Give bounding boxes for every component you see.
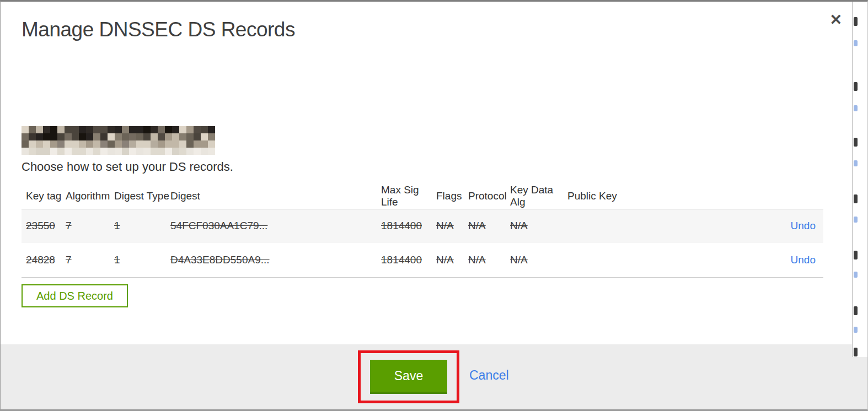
background-text-fragment <box>854 306 858 315</box>
column-header: Flags <box>436 183 468 209</box>
cancel-link[interactable]: Cancel <box>469 368 509 383</box>
background-link-fragment <box>854 327 858 333</box>
add-ds-record-button[interactable]: Add DS Record <box>22 284 128 307</box>
cell-algorithm: 7 <box>66 254 72 266</box>
cell-digest: D4A33E8DD550A9... <box>170 254 270 266</box>
subtitle: Choose how to set up your DS records. <box>22 160 233 174</box>
dnssec-modal: Manage DNSSEC DS Records ✕ Choose how to… <box>0 0 868 411</box>
ds-record-row: 235507154FCF030AA1C79...1814400N/AN/AN/A… <box>22 209 823 243</box>
background-link-fragment <box>854 272 858 278</box>
column-header: Public Key <box>567 183 645 209</box>
background-text-fragment <box>854 194 858 203</box>
background-text-fragment <box>854 251 858 259</box>
ds-records-table: Key tagAlgorithmDigest TypeDigestMax Sig… <box>22 183 823 278</box>
save-button-highlight-annotation: Save <box>358 350 459 403</box>
cell-max-sig-life: 1814400 <box>381 254 422 266</box>
close-icon[interactable]: ✕ <box>829 13 842 28</box>
table-body: 235507154FCF030AA1C79...1814400N/AN/AN/A… <box>22 209 823 277</box>
cell-key-data-alg: N/A <box>510 220 528 231</box>
cell-protocol: N/A <box>468 254 486 266</box>
table-header-row: Key tagAlgorithmDigest TypeDigestMax Sig… <box>22 183 823 209</box>
background-text-fragment <box>854 17 858 26</box>
modal-footer: Save Cancel <box>1 344 867 409</box>
cell-key-tag: 24828 <box>26 254 55 266</box>
cell-key-data-alg: N/A <box>510 254 528 266</box>
background-page-sliver <box>852 2 867 357</box>
domain-name-redacted <box>22 126 215 155</box>
column-header: Key Data Alg <box>510 183 567 209</box>
ds-record-row: 2482871D4A33E8DD550A9...1814400N/AN/AN/A… <box>22 243 823 277</box>
column-header: Protocol <box>468 183 510 209</box>
cell-flags: N/A <box>436 254 454 266</box>
background-text-fragment <box>854 82 858 91</box>
cell-key-tag: 23550 <box>26 220 55 231</box>
background-link-fragment <box>854 160 858 166</box>
background-text-fragment <box>854 138 858 147</box>
column-header-actions <box>645 183 823 209</box>
cell-digest-type: 1 <box>114 254 120 266</box>
cell-max-sig-life: 1814400 <box>381 220 422 231</box>
background-text-fragment <box>854 348 858 356</box>
cell-algorithm: 7 <box>66 220 72 231</box>
save-button[interactable]: Save <box>370 360 447 394</box>
cell-digest-type: 1 <box>114 220 120 231</box>
undo-link[interactable]: Undo <box>791 220 816 231</box>
background-link-fragment <box>854 105 858 111</box>
cell-protocol: N/A <box>468 220 486 231</box>
column-header: Digest <box>170 183 381 209</box>
cell-flags: N/A <box>436 220 454 231</box>
page-title: Manage DNSSEC DS Records <box>22 18 295 41</box>
cell-digest: 54FCF030AA1C79... <box>170 220 267 231</box>
column-header: Digest Type <box>114 183 170 209</box>
column-header: Algorithm <box>66 183 114 209</box>
column-header: Key tag <box>22 183 66 209</box>
background-link-fragment <box>854 40 858 46</box>
background-link-fragment <box>854 217 858 223</box>
undo-link[interactable]: Undo <box>791 254 816 266</box>
column-header: Max Sig Life <box>381 183 436 209</box>
